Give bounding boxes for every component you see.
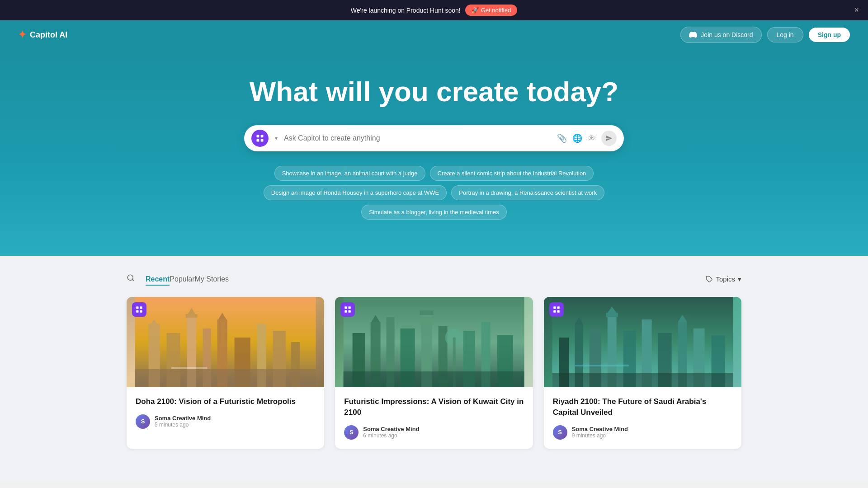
svg-rect-63 xyxy=(553,306,556,309)
card-title: Futuristic Impressions: A Vision of Kuwa… xyxy=(344,396,524,418)
svg-rect-24 xyxy=(140,306,142,309)
author-time: 6 minutes ago xyxy=(363,432,419,439)
eye-icon[interactable]: 👁 xyxy=(588,134,596,143)
attachment-icon[interactable]: 📎 xyxy=(557,133,567,143)
svg-rect-34 xyxy=(420,310,434,315)
card-image xyxy=(127,297,324,387)
signup-button[interactable]: Sign up xyxy=(809,28,850,42)
card-badge xyxy=(340,302,355,317)
svg-rect-43 xyxy=(349,306,351,309)
tab-search-icon[interactable] xyxy=(127,274,135,284)
svg-rect-3 xyxy=(261,139,264,142)
send-icon xyxy=(605,135,613,142)
author-time: 5 minutes ago xyxy=(155,422,211,428)
login-button[interactable]: Log in xyxy=(767,27,803,42)
author-name: Soma Creative Mind xyxy=(363,426,419,432)
suggestion-chip[interactable]: Design an image of Ronda Rousey in a sup… xyxy=(264,185,447,200)
discord-button[interactable]: Join us on Discord xyxy=(680,27,761,43)
logo-star-icon: ✦ xyxy=(18,29,26,41)
tab-item-my-stories[interactable]: My Stories xyxy=(195,275,229,285)
search-bar: ▾ 📎 🌐 👁 xyxy=(244,125,624,151)
discord-icon xyxy=(689,31,697,39)
card-grid-icon xyxy=(344,305,352,314)
main-content: RecentPopularMy Stories Topics ▾ xyxy=(0,256,868,482)
tab-item-recent[interactable]: Recent xyxy=(146,275,170,286)
search-mode-button[interactable] xyxy=(251,130,269,147)
author-avatar: S xyxy=(136,414,150,429)
search-input[interactable] xyxy=(284,134,552,142)
suggestion-chip[interactable]: Simulate as a blogger, living in the med… xyxy=(361,205,507,220)
svg-rect-42 xyxy=(345,306,347,309)
card-title: Riyadh 2100: The Future of Saudi Arabia'… xyxy=(553,396,732,418)
author-name: Soma Creative Mind xyxy=(572,426,628,432)
suggestion-chip[interactable]: Create a silent comic strip about the In… xyxy=(430,166,594,181)
tag-icon xyxy=(706,276,713,283)
tab-item-popular[interactable]: Popular xyxy=(170,275,194,285)
card-item[interactable]: Futuristic Impressions: A Vision of Kuwa… xyxy=(335,297,533,449)
header: ✦ Capitol AI Join us on Discord Log in S… xyxy=(0,20,868,49)
svg-rect-64 xyxy=(557,306,559,309)
announcement-close-button[interactable]: × xyxy=(854,5,859,15)
search-dropdown-arrow[interactable]: ▾ xyxy=(273,133,279,143)
discord-label: Join us on Discord xyxy=(701,31,753,38)
search-actions: 📎 🌐 👁 xyxy=(557,131,617,146)
author-avatar: S xyxy=(553,425,567,440)
get-notified-button[interactable]: 🚀 Get notified xyxy=(465,5,518,16)
author-avatar: S xyxy=(344,425,359,440)
card-grid-icon xyxy=(135,305,143,314)
tabs-row: RecentPopularMy Stories Topics ▾ xyxy=(127,274,741,284)
topics-label: Topics xyxy=(716,275,735,283)
card-image-wrapper xyxy=(127,297,324,387)
card-image-wrapper xyxy=(335,297,533,387)
tabs-container: RecentPopularMy Stories xyxy=(146,275,229,283)
announcement-bar: We're launching on Product Hunt soon! 🚀 … xyxy=(0,0,868,20)
card-item[interactable]: Riyadh 2100: The Future of Saudi Arabia'… xyxy=(544,297,741,449)
svg-line-5 xyxy=(132,280,133,281)
grid-icon xyxy=(255,134,264,143)
card-body: Futuristic Impressions: A Vision of Kuwa… xyxy=(335,387,533,449)
suggestions-container: Showcase in an image, an animal court wi… xyxy=(231,166,637,220)
svg-rect-21 xyxy=(135,369,316,387)
svg-rect-22 xyxy=(171,367,208,369)
svg-rect-26 xyxy=(140,310,142,313)
author-name: Soma Creative Mind xyxy=(155,415,211,422)
svg-rect-44 xyxy=(345,310,347,313)
rocket-icon: 🚀 xyxy=(472,7,479,14)
search-container: ▾ 📎 🌐 👁 xyxy=(244,125,624,151)
svg-rect-41 xyxy=(344,371,524,387)
author-info: Soma Creative Mind 9 minutes ago xyxy=(572,426,628,439)
globe-icon[interactable]: 🌐 xyxy=(572,133,582,143)
card-body: Doha 2100: Vision of a Futuristic Metrop… xyxy=(127,387,324,438)
author-time: 9 minutes ago xyxy=(572,432,628,439)
svg-rect-52 xyxy=(606,313,618,317)
suggestion-chip[interactable]: Portray in a drawing, a Renaissance scie… xyxy=(451,185,604,200)
suggestion-chip[interactable]: Showcase in an image, an animal court wi… xyxy=(274,166,425,181)
logo-text: Capitol AI xyxy=(30,30,67,40)
svg-rect-65 xyxy=(553,310,556,313)
topics-button[interactable]: Topics ▾ xyxy=(706,275,741,283)
card-item[interactable]: Doha 2100: Vision of a Futuristic Metrop… xyxy=(127,297,324,449)
announcement-text: We're launching on Product Hunt soon! xyxy=(351,7,461,14)
card-image xyxy=(544,297,741,387)
card-badge xyxy=(132,302,146,317)
topics-chevron-icon: ▾ xyxy=(738,275,741,283)
logo[interactable]: ✦ Capitol AI xyxy=(18,29,67,41)
search-submit-button[interactable] xyxy=(601,131,617,146)
svg-rect-23 xyxy=(136,306,138,309)
author-info: Soma Creative Mind 5 minutes ago xyxy=(155,415,211,428)
svg-rect-61 xyxy=(552,373,733,387)
hero-section: What will you create today? ▾ 📎 🌐 👁 xyxy=(0,49,868,256)
card-image xyxy=(335,297,533,387)
svg-rect-1 xyxy=(261,135,264,138)
card-author: S Soma Creative Mind 5 minutes ago xyxy=(136,414,315,429)
author-info: Soma Creative Mind 6 minutes ago xyxy=(363,426,419,439)
svg-rect-45 xyxy=(349,310,351,313)
svg-rect-62 xyxy=(575,365,629,366)
card-badge xyxy=(549,302,564,317)
svg-rect-2 xyxy=(257,139,259,142)
card-title: Doha 2100: Vision of a Futuristic Metrop… xyxy=(136,396,315,407)
svg-rect-25 xyxy=(136,310,138,313)
cards-grid: Doha 2100: Vision of a Futuristic Metrop… xyxy=(127,297,741,449)
card-author: S Soma Creative Mind 6 minutes ago xyxy=(344,425,524,440)
card-body: Riyadh 2100: The Future of Saudi Arabia'… xyxy=(544,387,741,449)
